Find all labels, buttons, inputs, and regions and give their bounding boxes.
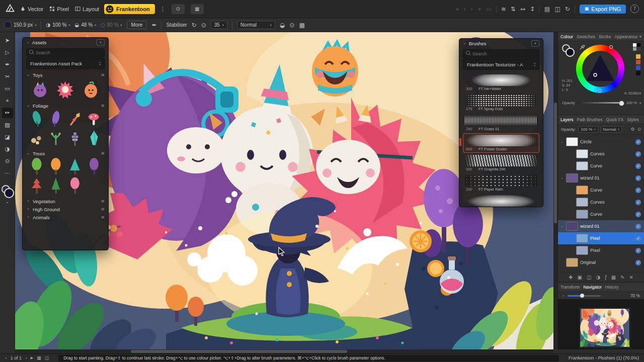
assets-section-header[interactable]: Vegetation <box>23 197 108 205</box>
white-swatch[interactable] <box>633 43 636 47</box>
brush-item[interactable]: 175 FT Spray Dots <box>463 93 539 113</box>
section-menu-icon[interactable] <box>101 104 105 108</box>
pages-grid-icon[interactable] <box>37 356 41 360</box>
asset-thumbnail[interactable] <box>53 79 78 100</box>
asset-thumbnail[interactable] <box>28 110 46 128</box>
section-menu-icon[interactable] <box>101 199 105 204</box>
opacity-slider[interactable] <box>577 102 623 104</box>
split-view-icon[interactable] <box>554 6 560 12</box>
view-mode-icon[interactable] <box>45 356 49 360</box>
brush-item[interactable]: 300 FT Graphite Dirt <box>463 153 539 173</box>
black-swatch[interactable] <box>637 43 640 47</box>
asset-pack-selector[interactable]: Frankentoon Asset Pack <box>26 58 105 69</box>
colour-picker-tool[interactable] <box>2 96 13 106</box>
help-icon[interactable] <box>630 5 639 13</box>
panel-tab[interactable]: Colour <box>560 34 573 39</box>
brush-item[interactable]: 400 FT Power Duster <box>463 133 539 153</box>
panel-tab[interactable]: Path Brushes <box>577 117 603 122</box>
more-tools-icon[interactable] <box>2 168 13 178</box>
layer-visibility-toggle[interactable] <box>635 188 641 193</box>
horizontal-scrollbar-thumb[interactable] <box>131 350 347 353</box>
brush-item[interactable]: 150 FT Liquid Fog <box>463 194 539 207</box>
section-menu-icon[interactable] <box>101 151 105 156</box>
brush-category-selector[interactable]: Frankentoon Texturizer - A <box>463 59 539 70</box>
layer-settings-icon[interactable] <box>630 127 634 132</box>
brushes-search-input[interactable] <box>463 49 539 58</box>
capture-tool-icon[interactable] <box>171 4 185 15</box>
flip-vertical-icon[interactable] <box>530 6 535 12</box>
grey-swatch[interactable] <box>633 47 636 51</box>
asset-thumbnail[interactable] <box>66 110 84 128</box>
layers-opacity-dropdown[interactable]: 100 % <box>578 126 598 133</box>
layer-visibility-toggle[interactable] <box>635 200 641 205</box>
layer-expand-icon[interactable] <box>560 176 564 180</box>
paint-brush-tool[interactable] <box>2 108 13 118</box>
brush-flow-control[interactable]: 48 % <box>75 22 97 28</box>
persona-pixel[interactable]: Pixel <box>49 6 69 12</box>
panel-tab[interactable]: Layers <box>560 117 574 122</box>
window-stabiliser-icon[interactable] <box>201 22 206 28</box>
play-icon[interactable] <box>31 356 33 360</box>
section-menu-icon[interactable] <box>101 215 105 220</box>
section-menu-icon[interactable] <box>101 73 105 77</box>
panel-tab[interactable]: Quick FX <box>606 117 624 122</box>
recent-colour-chips[interactable] <box>636 54 640 75</box>
asset-thumbnail[interactable] <box>28 129 46 147</box>
navigator-viewport[interactable] <box>558 299 644 349</box>
smudge-tool[interactable] <box>2 144 13 154</box>
asset-thumbnail[interactable] <box>78 79 103 100</box>
vertical-scrollbar[interactable] <box>553 32 557 349</box>
panel-tab[interactable]: Stroke <box>599 34 611 39</box>
colour-well[interactable] <box>2 185 14 198</box>
hue-marker[interactable] <box>609 45 613 49</box>
secondary-marker[interactable] <box>598 89 602 93</box>
group-layers-icon[interactable] <box>611 275 616 280</box>
panel-tab[interactable]: Navigator <box>583 285 601 290</box>
alignment-icon[interactable] <box>486 6 491 12</box>
asset-thumbnail[interactable] <box>28 158 46 176</box>
blend-mode-dropdown[interactable]: Normal <box>237 21 275 29</box>
move-forward-icon[interactable] <box>470 6 473 12</box>
asset-thumbnail[interactable] <box>47 110 65 128</box>
pen-tool[interactable] <box>2 59 13 70</box>
adjustment-icon[interactable] <box>596 275 600 280</box>
colour-chip[interactable] <box>636 54 640 59</box>
assets-section-header[interactable]: Toys <box>23 71 108 79</box>
add-mask-icon[interactable] <box>587 275 591 280</box>
studio-preset-icon[interactable] <box>544 6 550 12</box>
affinity-logo[interactable] <box>5 3 15 15</box>
section-menu-icon[interactable] <box>101 207 105 212</box>
asset-thumbnail[interactable] <box>66 177 84 195</box>
layer-visibility-toggle[interactable] <box>635 260 641 265</box>
brush-size-control[interactable]: 150.9 px <box>4 21 36 29</box>
layer-expand-icon[interactable] <box>560 225 564 228</box>
protect-alpha-icon[interactable] <box>289 22 294 28</box>
persona-layout[interactable]: Layout <box>75 6 99 12</box>
symmetry-icon[interactable] <box>299 22 304 28</box>
fill-colour-selector[interactable] <box>566 48 575 57</box>
layer-visibility-toggle[interactable] <box>635 212 641 217</box>
tools-collapse-icon[interactable] <box>2 200 13 205</box>
horizontal-scrollbar[interactable] <box>15 349 553 353</box>
asset-thumbnail[interactable] <box>66 129 84 147</box>
asset-thumbnail[interactable] <box>47 158 65 176</box>
brush-item[interactable]: 250 FT Grass 01 <box>463 113 539 133</box>
fill-colour-swatch[interactable] <box>4 188 14 198</box>
layer-row[interactable]: Curves <box>558 196 644 208</box>
erase-brush-tool[interactable] <box>2 132 13 142</box>
panel-tab[interactable]: Swatches <box>577 34 595 39</box>
rope-stabiliser-icon[interactable] <box>192 22 197 28</box>
layer-row[interactable]: Curve <box>558 184 644 196</box>
wet-edges-icon[interactable] <box>280 22 285 28</box>
layer-visibility-toggle[interactable] <box>635 175 641 181</box>
layer-row[interactable]: Curve <box>558 208 644 220</box>
layer-row[interactable]: Curve <box>558 160 644 172</box>
move-tool[interactable] <box>2 35 13 46</box>
zoom-slider-knob[interactable] <box>580 294 584 298</box>
layer-visibility-toggle[interactable] <box>635 151 641 157</box>
next-page-icon[interactable] <box>25 356 27 360</box>
layer-row[interactable]: Curves <box>558 148 644 160</box>
export-png-button[interactable]: Export PNG <box>580 5 626 14</box>
node-tool[interactable] <box>2 47 13 58</box>
asset-thumbnail[interactable] <box>47 129 65 147</box>
